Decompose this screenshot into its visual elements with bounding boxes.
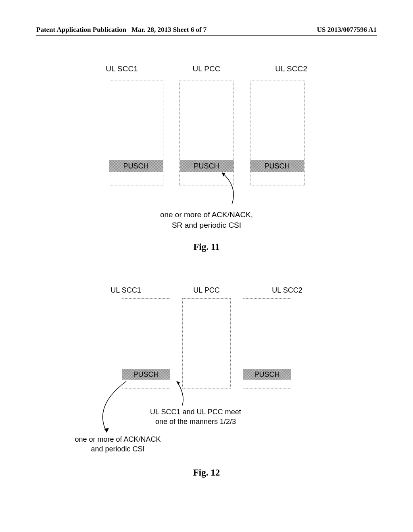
fig12-callout1-text: UL SCC1 and UL PCC meet one of the manne… xyxy=(143,407,248,427)
fig12-carrier-labels: UL SCC1 UL PCC UL SCC2 xyxy=(0,286,413,295)
fig11-pusch-scc1: PUSCH xyxy=(109,160,163,172)
fig11-box-scc2: PUSCH xyxy=(250,81,305,185)
fig11-box-pcc: PUSCH xyxy=(179,81,234,185)
fig11-label-scc1: UL SCC1 xyxy=(98,64,146,73)
fig12-callout1-line2: one of the manners 1/2/3 xyxy=(143,417,248,426)
fig12-callout2-line1: one or more of ACK/NACK xyxy=(65,434,170,444)
fig11-label-scc2: UL SCC2 xyxy=(267,64,315,73)
fig11-callout-line1: one or more of ACK/NACK, xyxy=(0,210,413,220)
fig11-callout-line2: SR and periodic CSI xyxy=(0,220,413,231)
fig12-caption: Fig. 12 xyxy=(0,468,413,478)
fig12-callout2-line2: and periodic CSI xyxy=(65,444,170,454)
fig11-callout-arrow xyxy=(218,170,242,206)
page-header: Patent Application Publication Mar. 28, … xyxy=(0,26,413,34)
fig12-label-scc2: UL SCC2 xyxy=(265,286,309,295)
svg-marker-0 xyxy=(222,172,225,177)
fig12-diagram: PUSCH PUSCH xyxy=(0,298,413,389)
fig11-label-pcc: UL PCC xyxy=(182,64,231,73)
fig11-box-scc1: PUSCH xyxy=(109,81,163,185)
svg-marker-1 xyxy=(177,381,180,385)
fig12-box-scc2: PUSCH xyxy=(243,298,291,389)
fig12-callout1-line1: UL SCC1 and UL PCC meet xyxy=(143,407,248,417)
header-mid: Mar. 28, 2013 Sheet 6 of 7 xyxy=(131,26,206,34)
fig12-box-scc1: PUSCH xyxy=(122,298,170,389)
fig11-pusch-scc2: PUSCH xyxy=(250,160,304,172)
header-right: US 2013/0077596 A1 xyxy=(317,26,377,34)
fig11-carrier-labels: UL SCC1 UL PCC UL SCC2 xyxy=(0,64,413,73)
header-left: Patent Application Publication xyxy=(36,26,126,34)
fig12-pusch-scc2: PUSCH xyxy=(243,369,291,380)
fig12-box-pcc xyxy=(182,298,231,389)
fig12-label-pcc: UL PCC xyxy=(184,286,229,295)
fig11-caption: Fig. 11 xyxy=(0,242,413,252)
fig12-callout2-text: one or more of ACK/NACK and periodic CSI xyxy=(65,434,170,454)
fig11-diagram: PUSCH PUSCH PUSCH xyxy=(0,81,413,185)
fig11-callout-text: one or more of ACK/NACK, SR and periodic… xyxy=(0,210,413,230)
fig12-label-scc1: UL SCC1 xyxy=(104,286,148,295)
header-rule xyxy=(36,35,377,36)
